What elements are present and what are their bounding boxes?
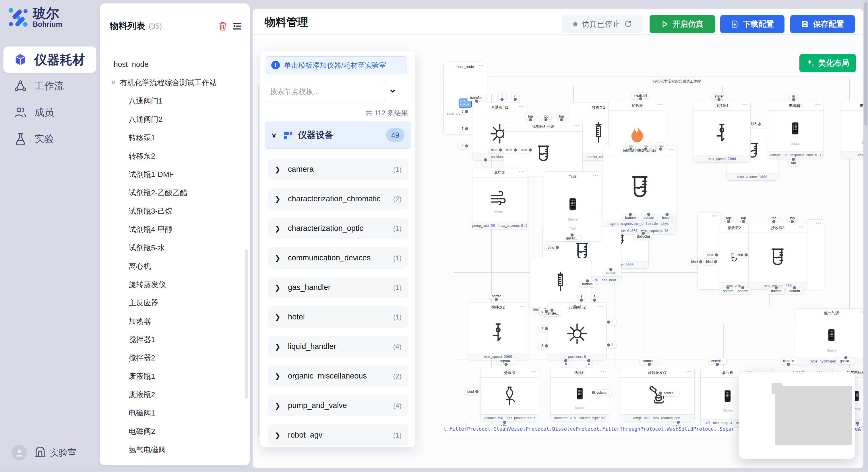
port-pill-bind[interactable]: bind: [704, 252, 716, 258]
canvas-node-固体试剂瓶3-氯化镁[interactable]: 固体试剂瓶3-氯化镁•••agent:magnesium_chloridephy…: [603, 146, 677, 235]
canvas-node-分液器[interactable]: 分液器•••volume:250has_phases:true: [480, 368, 539, 422]
node-menu-icon[interactable]: •••: [519, 169, 525, 174]
canvas-node-接收瓶3[interactable]: 接收瓶3•••max_volume:250: [748, 223, 807, 290]
node-menu-icon[interactable]: •••: [478, 63, 485, 68]
node-menu-icon[interactable]: •••: [816, 221, 822, 225]
node-menu-icon[interactable]: •••: [742, 102, 748, 107]
port-pill-8[interactable]: 8: [591, 294, 598, 300]
tree-item[interactable]: 旋转蒸发仪: [100, 275, 247, 294]
simulation-status-pill[interactable]: 仿真已停止: [562, 15, 643, 33]
port-pill-6[interactable]: 6: [538, 308, 546, 314]
port-pill-sample[interactable]: sample...: [640, 358, 659, 364]
port-pill-bottom[interactable]: bottom: [720, 288, 736, 294]
node-menu-icon[interactable]: •••: [668, 147, 674, 152]
port-pill-filter_in[interactable]: filter_in: [780, 358, 797, 364]
tree-item[interactable]: 离心机: [100, 257, 247, 275]
tree-item[interactable]: 转移泵1: [100, 129, 247, 147]
port-pill-2[interactable]: 2: [609, 319, 616, 325]
refresh-icon[interactable]: [624, 20, 632, 28]
node-menu-icon[interactable]: •••: [859, 310, 863, 314]
port-pill-bottom[interactable]: bottom: [622, 214, 639, 221]
port-pill-SolidOut[interactable]: SolidOut: [634, 233, 653, 240]
port-pill-top[interactable]: top: [626, 142, 637, 149]
search-input[interactable]: [265, 81, 386, 102]
port-pill-bottom[interactable]: bottom: [603, 270, 619, 276]
page-scrollbar-vertical[interactable]: [863, 0, 868, 472]
canvas-node-电磁阀2[interactable]: 电磁阀2•••Devicevoltage:12: [841, 101, 863, 159]
port-pill-top[interactable]: top: [723, 215, 734, 222]
tree-item[interactable]: 真空泵: [100, 459, 247, 460]
category-communication_devices[interactable]: ❯communication_devices(1): [268, 247, 408, 269]
port-pill-bind[interactable]: bind: [503, 147, 515, 153]
sidebar-item-4[interactable]: 实验: [3, 126, 96, 152]
node-menu-icon[interactable]: •••: [712, 214, 718, 218]
port-pill-top[interactable]: top: [525, 113, 536, 120]
port-pill-bottom[interactable]: bottom: [641, 214, 657, 221]
port-pill-5[interactable]: 5: [562, 361, 570, 367]
port-pill-stirrer[interactable]: stirrer: [489, 293, 504, 299]
delete-icon[interactable]: [217, 20, 228, 32]
port-pill-solven[interactable]: solven...: [661, 390, 679, 396]
category-robot_agv[interactable]: ❯robot_agv(1): [268, 425, 408, 446]
node-menu-icon[interactable]: •••: [598, 304, 604, 308]
category-liquid_handler[interactable]: ❯liquid_handler(4): [268, 336, 408, 357]
port-pill-colum[interactable]: colum...: [594, 390, 611, 396]
port-pill-top[interactable]: top: [641, 142, 651, 149]
canvas-node[interactable]: •••: [807, 220, 825, 290]
tree-item[interactable]: 氢气电磁阀: [100, 440, 247, 459]
node-menu-icon[interactable]: •••: [520, 304, 526, 308]
sidebar-item-lab[interactable]: 实验室: [34, 447, 76, 459]
tree-item[interactable]: 试剂瓶2-乙酸乙酯: [100, 183, 247, 202]
node-menu-icon[interactable]: •••: [815, 102, 821, 107]
canvas-node[interactable]: •••: [698, 212, 720, 290]
tree-item[interactable]: 试剂瓶5-水: [100, 239, 247, 257]
chevron-down-icon[interactable]: ∨: [111, 79, 116, 86]
port-pill-3[interactable]: 3: [609, 342, 616, 348]
tree-item[interactable]: 试剂瓶4-甲醇: [100, 220, 247, 239]
node-menu-icon[interactable]: •••: [593, 173, 599, 177]
tree-item[interactable]: ∨有机化学流程综合测试工作站: [100, 73, 247, 92]
port-pill-heatchill[interactable]: heatchill: [631, 92, 650, 99]
category-hotel[interactable]: ❯hotel(1): [268, 306, 408, 328]
port-pill-bind[interactable]: bind: [488, 147, 500, 153]
category-pump_and_valve[interactable]: ❯pump_and_valve(4): [268, 395, 408, 416]
category-group-instruments[interactable]: ∨ 仪器设备 49: [265, 122, 411, 148]
port-pill-bind[interactable]: bind: [464, 389, 477, 395]
save-config-button[interactable]: 保存配置: [790, 15, 855, 33]
tree-item[interactable]: 电磁阀2: [100, 422, 247, 440]
category-camera[interactable]: ❯camera(1): [268, 159, 408, 180]
tree-item[interactable]: 废液瓶2: [100, 385, 247, 404]
materials-scrollbar[interactable]: [245, 249, 248, 399]
beautify-layout-button[interactable]: 美化布局: [799, 54, 856, 72]
port-pill-top[interactable]: top: [769, 215, 779, 222]
start-simulation-button[interactable]: 开启仿真: [650, 15, 715, 33]
port-pill-bottom[interactable]: bottom: [735, 288, 751, 294]
port-pill-out[interactable]: out: [788, 160, 799, 166]
port-pill-stirrer[interactable]: stirrer: [712, 93, 726, 100]
port-pill-bottom[interactable]: bottom: [768, 288, 784, 294]
port-pill-4[interactable]: 4: [585, 361, 593, 367]
tree-item[interactable]: 试剂瓶1-DMF: [100, 165, 247, 183]
port-pill-bottom[interactable]: bottom: [659, 214, 675, 221]
port-pill-1[interactable]: 1: [498, 93, 506, 99]
tree-item[interactable]: 加热器: [100, 312, 247, 330]
node-menu-icon[interactable]: •••: [530, 369, 536, 374]
collapse-list-icon[interactable]: [231, 20, 243, 32]
port-pill-gasso[interactable]: gasso...: [563, 235, 581, 241]
port-pill-transfe[interactable]: transfe...: [467, 95, 487, 101]
canvas-node-搅拌器1[interactable]: 搅拌器1•••max_speed:2000: [693, 101, 751, 163]
sidebar-item-2[interactable]: 工作流: [3, 73, 96, 99]
category-characterization_optic[interactable]: ❯characterization_optic(1): [268, 217, 408, 239]
tree-item[interactable]: 八通阀门1: [100, 92, 247, 110]
port-pill-top[interactable]: top: [556, 113, 567, 120]
node-menu-icon[interactable]: •••: [657, 102, 663, 107]
canvas-node-搅拌器2[interactable]: 搅拌器2•••max_speed:2000: [468, 303, 528, 361]
port-pill-6[interactable]: 6: [459, 108, 466, 115]
tree-item[interactable]: host_node: [100, 55, 247, 73]
port-pill-7[interactable]: 7: [459, 126, 466, 132]
sidebar-item-1[interactable]: 仪器耗材: [3, 46, 96, 73]
port-pill-8[interactable]: 8: [459, 143, 466, 149]
tree-item[interactable]: 电磁阀1: [100, 404, 247, 422]
category-organic_miscellaneous[interactable]: ❯organic_miscellaneous(2): [268, 365, 408, 387]
port-pill-8[interactable]: 8: [538, 343, 546, 349]
